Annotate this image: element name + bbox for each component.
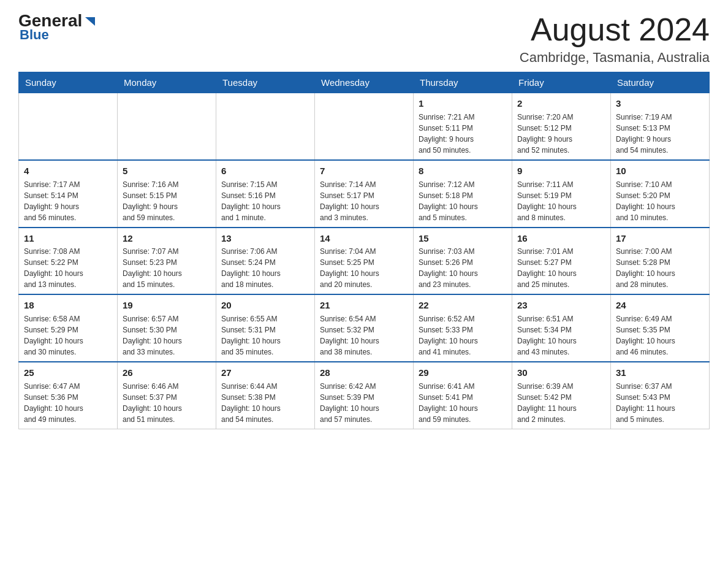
calendar-cell — [216, 93, 315, 160]
day-info: Sunrise: 6:51 AMSunset: 5:34 PMDaylight:… — [517, 313, 605, 358]
day-number: 28 — [320, 366, 408, 380]
calendar-week-row: 1Sunrise: 7:21 AMSunset: 5:11 PMDaylight… — [19, 93, 710, 160]
day-info: Sunrise: 6:57 AMSunset: 5:30 PMDaylight:… — [123, 313, 211, 358]
calendar-title: August 2024 — [520, 12, 710, 47]
day-of-week-header: Monday — [118, 72, 216, 93]
day-number: 13 — [221, 232, 309, 245]
day-info: Sunrise: 6:49 AMSunset: 5:35 PMDaylight:… — [616, 313, 704, 358]
calendar-week-row: 4Sunrise: 7:17 AMSunset: 5:14 PMDaylight… — [19, 160, 710, 228]
day-info: Sunrise: 6:55 AMSunset: 5:31 PMDaylight:… — [221, 313, 309, 358]
day-info: Sunrise: 7:06 AMSunset: 5:24 PMDaylight:… — [221, 246, 309, 290]
calendar-cell: 8Sunrise: 7:12 AMSunset: 5:18 PMDaylight… — [414, 160, 512, 228]
day-info: Sunrise: 6:47 AMSunset: 5:36 PMDaylight:… — [24, 381, 112, 425]
day-info: Sunrise: 7:16 AMSunset: 5:15 PMDaylight:… — [123, 179, 211, 223]
calendar-cell: 10Sunrise: 7:10 AMSunset: 5:20 PMDayligh… — [611, 160, 710, 228]
calendar-cell: 1Sunrise: 7:21 AMSunset: 5:11 PMDaylight… — [414, 93, 512, 160]
day-info: Sunrise: 7:20 AMSunset: 5:12 PMDaylight:… — [517, 112, 605, 156]
day-info: Sunrise: 6:39 AMSunset: 5:42 PMDaylight:… — [517, 381, 605, 425]
day-number: 6 — [221, 164, 309, 178]
day-number: 22 — [419, 299, 507, 312]
day-info: Sunrise: 6:44 AMSunset: 5:38 PMDaylight:… — [221, 381, 309, 425]
day-info: Sunrise: 7:08 AMSunset: 5:22 PMDaylight:… — [24, 246, 112, 290]
day-of-week-header: Saturday — [611, 72, 710, 93]
day-number: 4 — [24, 164, 112, 178]
day-number: 30 — [517, 366, 605, 380]
day-info: Sunrise: 7:01 AMSunset: 5:27 PMDaylight:… — [517, 246, 605, 290]
calendar-week-row: 18Sunrise: 6:58 AMSunset: 5:29 PMDayligh… — [19, 294, 710, 362]
title-block: August 2024 Cambridge, Tasmania, Austral… — [520, 12, 710, 66]
calendar-week-row: 11Sunrise: 7:08 AMSunset: 5:22 PMDayligh… — [19, 228, 710, 295]
day-info: Sunrise: 6:46 AMSunset: 5:37 PMDaylight:… — [123, 381, 211, 425]
calendar-cell: 6Sunrise: 7:15 AMSunset: 5:16 PMDaylight… — [216, 160, 315, 228]
calendar-cell: 3Sunrise: 7:19 AMSunset: 5:13 PMDaylight… — [611, 93, 710, 160]
day-info: Sunrise: 7:12 AMSunset: 5:18 PMDaylight:… — [419, 179, 507, 223]
calendar-cell: 16Sunrise: 7:01 AMSunset: 5:27 PMDayligh… — [512, 228, 611, 295]
header-row: SundayMondayTuesdayWednesdayThursdayFrid… — [19, 72, 710, 93]
day-number: 5 — [123, 164, 211, 178]
day-of-week-header: Thursday — [414, 72, 512, 93]
day-number: 3 — [616, 97, 704, 110]
calendar-cell: 23Sunrise: 6:51 AMSunset: 5:34 PMDayligh… — [512, 294, 611, 362]
day-number: 2 — [517, 97, 605, 110]
day-number: 23 — [517, 299, 605, 312]
day-info: Sunrise: 7:19 AMSunset: 5:13 PMDaylight:… — [616, 112, 704, 156]
logo-triangle-icon — [83, 15, 96, 28]
calendar-cell: 18Sunrise: 6:58 AMSunset: 5:29 PMDayligh… — [19, 294, 118, 362]
calendar-cell: 24Sunrise: 6:49 AMSunset: 5:35 PMDayligh… — [611, 294, 710, 362]
calendar-cell: 27Sunrise: 6:44 AMSunset: 5:38 PMDayligh… — [216, 362, 315, 429]
calendar-location: Cambridge, Tasmania, Australia — [520, 50, 710, 66]
calendar-week-row: 25Sunrise: 6:47 AMSunset: 5:36 PMDayligh… — [19, 362, 710, 429]
day-number: 8 — [419, 164, 507, 178]
calendar-cell: 13Sunrise: 7:06 AMSunset: 5:24 PMDayligh… — [216, 228, 315, 295]
day-number: 20 — [221, 299, 309, 312]
calendar-cell: 26Sunrise: 6:46 AMSunset: 5:37 PMDayligh… — [118, 362, 216, 429]
day-info: Sunrise: 6:52 AMSunset: 5:33 PMDaylight:… — [419, 313, 507, 358]
day-number: 25 — [24, 366, 112, 380]
day-of-week-header: Friday — [512, 72, 611, 93]
calendar-cell — [315, 93, 414, 160]
day-info: Sunrise: 6:42 AMSunset: 5:39 PMDaylight:… — [320, 381, 408, 425]
calendar-cell — [118, 93, 216, 160]
calendar-cell — [19, 93, 118, 160]
day-info: Sunrise: 7:17 AMSunset: 5:14 PMDaylight:… — [24, 179, 112, 223]
day-info: Sunrise: 7:21 AMSunset: 5:11 PMDaylight:… — [419, 112, 507, 156]
day-number: 12 — [123, 232, 211, 245]
calendar-cell: 19Sunrise: 6:57 AMSunset: 5:30 PMDayligh… — [118, 294, 216, 362]
day-info: Sunrise: 6:58 AMSunset: 5:29 PMDaylight:… — [24, 313, 112, 358]
calendar-table: SundayMondayTuesdayWednesdayThursdayFrid… — [18, 72, 710, 429]
day-number: 10 — [616, 164, 704, 178]
day-number: 15 — [419, 232, 507, 245]
calendar-cell: 30Sunrise: 6:39 AMSunset: 5:42 PMDayligh… — [512, 362, 611, 429]
logo-blue: Blue — [18, 27, 49, 43]
day-number: 19 — [123, 299, 211, 312]
day-info: Sunrise: 7:15 AMSunset: 5:16 PMDaylight:… — [221, 179, 309, 223]
day-number: 11 — [24, 232, 112, 245]
day-number: 9 — [517, 164, 605, 178]
calendar-cell: 14Sunrise: 7:04 AMSunset: 5:25 PMDayligh… — [315, 228, 414, 295]
day-info: Sunrise: 7:07 AMSunset: 5:23 PMDaylight:… — [123, 246, 211, 290]
day-info: Sunrise: 7:04 AMSunset: 5:25 PMDaylight:… — [320, 246, 408, 290]
calendar-cell: 31Sunrise: 6:37 AMSunset: 5:43 PMDayligh… — [611, 362, 710, 429]
logo: General Blue — [18, 12, 96, 43]
day-number: 31 — [616, 366, 704, 380]
day-number: 7 — [320, 164, 408, 178]
page-header: General Blue August 2024 Cambridge, Tasm… — [18, 12, 710, 66]
day-number: 24 — [616, 299, 704, 312]
day-info: Sunrise: 7:10 AMSunset: 5:20 PMDaylight:… — [616, 179, 704, 223]
day-info: Sunrise: 7:14 AMSunset: 5:17 PMDaylight:… — [320, 179, 408, 223]
calendar-cell: 15Sunrise: 7:03 AMSunset: 5:26 PMDayligh… — [414, 228, 512, 295]
calendar-cell: 7Sunrise: 7:14 AMSunset: 5:17 PMDaylight… — [315, 160, 414, 228]
calendar-cell: 20Sunrise: 6:55 AMSunset: 5:31 PMDayligh… — [216, 294, 315, 362]
calendar-cell: 5Sunrise: 7:16 AMSunset: 5:15 PMDaylight… — [118, 160, 216, 228]
day-number: 16 — [517, 232, 605, 245]
calendar-cell: 25Sunrise: 6:47 AMSunset: 5:36 PMDayligh… — [19, 362, 118, 429]
day-of-week-header: Sunday — [19, 72, 118, 93]
calendar-cell: 9Sunrise: 7:11 AMSunset: 5:19 PMDaylight… — [512, 160, 611, 228]
day-number: 29 — [419, 366, 507, 380]
day-info: Sunrise: 6:37 AMSunset: 5:43 PMDaylight:… — [616, 381, 704, 425]
calendar-cell: 22Sunrise: 6:52 AMSunset: 5:33 PMDayligh… — [414, 294, 512, 362]
day-info: Sunrise: 7:03 AMSunset: 5:26 PMDaylight:… — [419, 246, 507, 290]
day-number: 21 — [320, 299, 408, 312]
calendar-cell: 17Sunrise: 7:00 AMSunset: 5:28 PMDayligh… — [611, 228, 710, 295]
day-info: Sunrise: 6:54 AMSunset: 5:32 PMDaylight:… — [320, 313, 408, 358]
